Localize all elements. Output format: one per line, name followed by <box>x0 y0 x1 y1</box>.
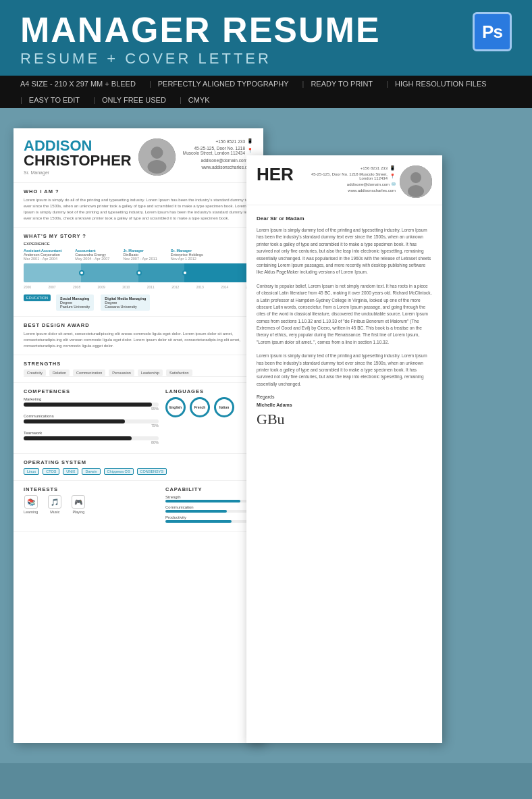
exp-date-3: Nov 2007 - Apr 2011 <box>123 257 157 261</box>
strengths-title: STRENGTHS <box>24 361 253 367</box>
resume-contact: +156 8521 233 📱 45-25-125, Door No. 1218… <box>182 138 253 170</box>
address-text: 45-25-125, Door No. 1218 Muscolo Street,… <box>182 146 245 155</box>
competences-col: COMPETENCES Marketing 95% Communications… <box>24 388 159 448</box>
capability-col: CAPABILITY Strength Communication Produc… <box>165 486 253 525</box>
os-1: Linux <box>24 468 39 475</box>
lang-english: English <box>165 397 186 417</box>
os-2: CTOS <box>43 468 59 475</box>
contact-address: 45-25-125, Door No. 1218 Muscolo Street,… <box>182 146 253 155</box>
cover-location-icon: 📍 <box>390 174 396 179</box>
education-label: EDUCATION <box>24 294 51 301</box>
who-section: WHO I AM ? Lorem ipsum is simply do all … <box>14 183 263 228</box>
experience-label: EXPERIENCE <box>24 242 253 246</box>
strength-6: Satisfaction <box>166 369 192 376</box>
edu-school-1: Paelum University <box>60 305 90 309</box>
timeline-years: 20062007200820092010 2011201220132014201… <box>24 285 253 289</box>
cap-bar-fill-1 <box>165 500 240 502</box>
languages-title: LANGUAGES <box>165 388 253 394</box>
exp-date-4: Nov Apr 1 2012 <box>171 257 203 261</box>
svg-point-2 <box>147 160 166 174</box>
feature-item: READY TO PRINT <box>296 76 380 92</box>
cap-label-3: Productivity <box>165 515 253 519</box>
comp-val-1: 95% <box>24 407 159 411</box>
education-row: EDUCATION Social Managing Degree Paelum … <box>24 294 253 311</box>
cover-email-row: addisone@domain.com ✉ <box>299 182 396 187</box>
resume-name-block: ADDISON CHRISTOPHER Sr. Manager <box>24 138 132 175</box>
exp-item-4: Sr. Manager Enterprise Holdings Nov Apr … <box>171 249 203 261</box>
sub-title: RESUME + COVER LETTER <box>20 50 512 68</box>
svg-point-5 <box>408 185 424 197</box>
phone-icon: 📱 <box>247 138 253 144</box>
cover-address-text: 45-25-125, Door No. 1218 Muscolo Street,… <box>299 172 388 180</box>
feature-text: CMYK <box>188 96 210 104</box>
cap-row-1: Strength <box>165 495 253 502</box>
cap-bar-bg-3 <box>165 520 253 523</box>
capability-title: CAPABILITY <box>165 486 253 492</box>
features-bar: A4 SIZE - 210 X 297 MM + BLEED PERFECTLY… <box>0 76 532 108</box>
edu-school-2: Cassana University <box>105 305 146 309</box>
resume-last-name: CHRISTOPHER <box>24 153 132 168</box>
cover-signature: GBu <box>257 411 432 428</box>
comp-row-3: Teamwork 80% <box>24 431 159 444</box>
cover-name-area: HER <box>257 165 294 183</box>
resume-job-title: Sr. Manager <box>24 170 132 175</box>
exp-item-2: Accountant Cassandra Energy May 2004 - A… <box>75 249 109 261</box>
interests-title: INTERESTS <box>24 486 159 492</box>
cover-address: 45-25-125, Door No. 1218 Muscolo Street,… <box>299 172 396 180</box>
os-3: UNIX <box>63 468 78 475</box>
comp-label-3: Teamwork <box>24 431 159 435</box>
os-section: OPERATING SYSTEM Linux CTOS UNIX Darwin … <box>14 454 263 481</box>
resume-page: ADDISON CHRISTOPHER Sr. Manager +156 852… <box>14 128 263 743</box>
strengths-tags: Creativity Relation Communication Persua… <box>24 369 253 377</box>
comp-lang-section: COMPETENCES Marketing 95% Communications… <box>14 383 263 454</box>
main-title: MANAGER RESUME <box>20 12 512 47</box>
languages-col: LANGUAGES English French Italian <box>165 388 253 448</box>
resume-header: ADDISON CHRISTOPHER Sr. Manager +156 852… <box>14 128 263 183</box>
exp-date-2: May 2004 - Apr 2007 <box>75 257 109 261</box>
cover-phone-icon: 📱 <box>390 165 396 171</box>
interest-label-3: Playing <box>72 510 85 514</box>
strength-5: Leadership <box>138 369 163 376</box>
comp-label-1: Marketing <box>24 397 159 401</box>
exp-item-1: Assistant Accountant Anderson Corporatio… <box>24 249 61 261</box>
svg-point-4 <box>410 172 421 183</box>
cover-name-partial: HER <box>257 165 294 183</box>
phone-text: +156 8521 233 <box>215 139 245 144</box>
cover-email-text: addisone@domain.com <box>347 182 390 186</box>
exp-item-3: Jr. Manager DinBaato Nov 2007 - Apr 2011 <box>123 249 157 261</box>
edu-items: Social Managing Degree Paelum University… <box>56 294 150 311</box>
feature-item: CMYK <box>173 92 217 108</box>
contact-website: www.addisonscharles.com <box>182 165 253 170</box>
interest-label-1: Learning <box>24 510 38 514</box>
comp-val-3: 80% <box>24 440 159 444</box>
cover-para-2: Contrary to popular belief, Lorem Ipsum … <box>257 283 432 346</box>
cover-body: Dear Sir or Madam Lorem Ipsum is simply … <box>246 205 442 438</box>
header-banner: MANAGER RESUME RESUME + COVER LETTER Ps <box>0 0 532 76</box>
lang-italian: Italian <box>214 397 234 417</box>
education-section: EDUCATION Social Managing Degree Paelum … <box>24 294 253 311</box>
feature-text: READY TO PRINT <box>311 80 373 88</box>
comp-val-2: 75% <box>24 423 159 428</box>
cover-contact: +156 8231 233 📱 45-25-125, Door No. 1218… <box>299 165 396 192</box>
feature-text: ONLY FREE USED <box>102 96 166 104</box>
strength-2: Relation <box>49 369 70 376</box>
cover-para-3: Lorem Ipsum is simply dummy text of the … <box>257 353 432 388</box>
cover-phone-text: +156 8231 233 <box>361 166 388 170</box>
feature-item: EASY TO EDIT <box>14 92 86 108</box>
cover-greeting: Dear Sir or Madam <box>257 215 432 222</box>
os-6: CONSENSYS <box>137 468 167 475</box>
cover-header: HER +156 8231 233 📱 45-25-125, Door No. … <box>246 155 442 205</box>
interests-capability-section: INTERESTS 📚 Learning 🎵 Music 🎮 Playing <box>14 481 263 532</box>
cap-label-2: Communication <box>165 505 253 509</box>
comp-label-2: Communications <box>24 414 159 418</box>
lang-circles: English French Italian <box>165 397 253 417</box>
cap-row-2: Communication <box>165 505 253 513</box>
feature-text: EASY TO EDIT <box>29 96 80 104</box>
cap-bar-fill-2 <box>165 510 227 513</box>
interests-col: INTERESTS 📚 Learning 🎵 Music 🎮 Playing <box>24 486 159 525</box>
cap-bar-bg-2 <box>165 510 253 513</box>
ps-badge: Ps <box>473 12 512 51</box>
cover-name-sign: Michelle Adams <box>257 403 432 407</box>
os-4: Darwin <box>82 468 100 475</box>
email-text: addisone@domain.com <box>201 158 247 163</box>
